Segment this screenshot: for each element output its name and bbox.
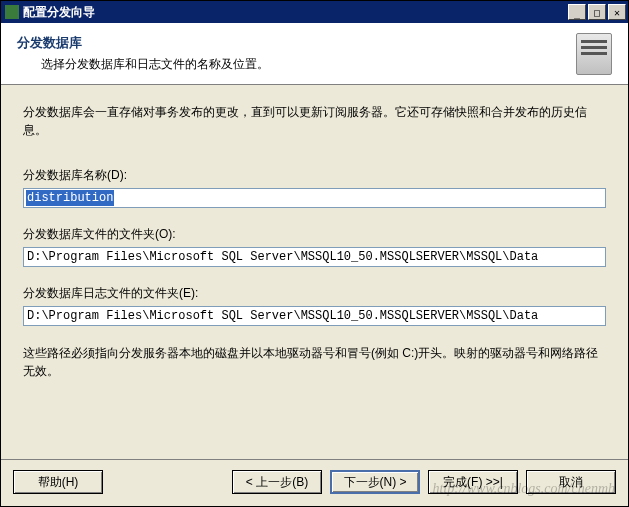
log-folder-input[interactable]: [23, 306, 606, 326]
back-button[interactable]: < 上一步(B): [232, 470, 322, 494]
wizard-header: 分发数据库 选择分发数据库和日志文件的名称及位置。: [1, 23, 628, 85]
wizard-content: 分发数据库会一直存储对事务发布的更改，直到可以更新订阅服务器。它还可存储快照和合…: [1, 85, 628, 459]
path-note: 这些路径必须指向分发服务器本地的磁盘并以本地驱动器号和冒号(例如 C:)开头。映…: [23, 344, 606, 380]
intro-text: 分发数据库会一直存储对事务发布的更改，直到可以更新订阅服务器。它还可存储快照和合…: [23, 103, 606, 139]
cancel-button[interactable]: 取消: [526, 470, 616, 494]
next-button[interactable]: 下一步(N) >: [330, 470, 420, 494]
header-text: 分发数据库 选择分发数据库和日志文件的名称及位置。: [17, 34, 562, 73]
server-icon: [562, 31, 612, 77]
close-button[interactable]: ✕: [608, 4, 626, 20]
data-folder-input[interactable]: [23, 247, 606, 267]
titlebar-left: 配置分发向导: [5, 4, 95, 21]
help-button[interactable]: 帮助(H): [13, 470, 103, 494]
db-name-input[interactable]: distribution: [23, 188, 606, 208]
page-subtitle: 选择分发数据库和日志文件的名称及位置。: [17, 56, 562, 73]
window-controls: _ □ ✕: [568, 4, 626, 20]
app-icon: [5, 5, 19, 19]
db-name-label: 分发数据库名称(D):: [23, 167, 606, 184]
data-folder-label: 分发数据库文件的文件夹(O):: [23, 226, 606, 243]
db-name-value: distribution: [26, 190, 114, 206]
finish-button[interactable]: 完成(F) >>|: [428, 470, 518, 494]
wizard-window: 配置分发向导 _ □ ✕ 分发数据库 选择分发数据库和日志文件的名称及位置。 分…: [0, 0, 629, 507]
minimize-button[interactable]: _: [568, 4, 586, 20]
titlebar: 配置分发向导 _ □ ✕: [1, 1, 628, 23]
maximize-button[interactable]: □: [588, 4, 606, 20]
button-bar: 帮助(H) < 上一步(B) 下一步(N) > 完成(F) >>| 取消: [1, 459, 628, 506]
window-title: 配置分发向导: [23, 4, 95, 21]
page-title: 分发数据库: [17, 34, 562, 52]
log-folder-label: 分发数据库日志文件的文件夹(E):: [23, 285, 606, 302]
